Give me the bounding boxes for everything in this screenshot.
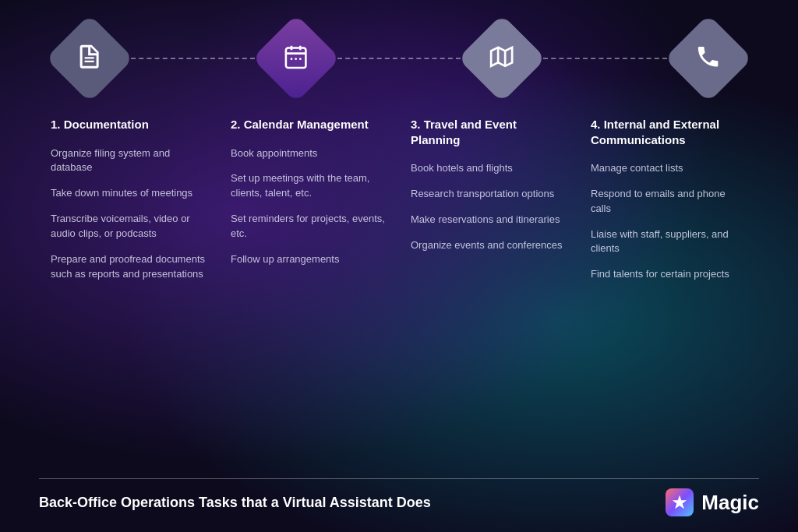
footer-title: Back-Office Operations Tasks that a Virt…: [39, 495, 431, 511]
col3-item-4: Organize events and conferences: [411, 238, 567, 253]
col3-title: 3. Travel and Event Planning: [411, 117, 567, 147]
col1-item-2: Take down minutes of meetings: [51, 186, 207, 201]
col2-item-4: Follow up arrangements: [231, 252, 387, 267]
col2-item-2: Set up meetings with the team, clients, …: [231, 171, 387, 201]
col2-item-3: Set reminders for projects, events, etc.: [231, 212, 387, 241]
col2-item-1: Book appointments: [231, 146, 387, 161]
col1-item-4: Prepare and proofread documents such as …: [51, 252, 207, 282]
svg-rect-2: [286, 48, 306, 68]
col1-title: 1. Documentation: [51, 117, 207, 132]
col4-item-3: Liaise with staff, suppliers, and client…: [591, 227, 747, 257]
column-4: 4. Internal and External Communications …: [579, 117, 759, 470]
col2-title: 2. Calendar Management: [231, 117, 387, 132]
col4-item-4: Find talents for certain projects: [591, 267, 747, 282]
document-icon: [76, 43, 104, 75]
footer: Back-Office Operations Tasks that a Virt…: [39, 478, 759, 516]
main-content: 1. Documentation Organize filing system …: [0, 0, 798, 532]
diamond-wrapper-1: [55, 23, 125, 93]
footer-logo: Magic: [666, 488, 759, 516]
diamonds-row: [39, 23, 759, 93]
diamond-item-4: [673, 23, 743, 93]
map-icon: [488, 43, 516, 75]
svg-point-8: [299, 58, 302, 60]
diamond-item-3: [467, 23, 673, 93]
svg-point-7: [295, 58, 297, 60]
diamond-wrapper-2: [261, 23, 331, 93]
col4-item-1: Manage contact lists: [591, 161, 747, 176]
svg-point-6: [291, 58, 293, 60]
col4-title: 4. Internal and External Communications: [591, 117, 747, 147]
diamond-shape-1: [45, 14, 133, 102]
col1-item-1: Organize filing system and database: [51, 146, 207, 176]
diamond-shape-2: [252, 14, 340, 102]
diamond-shape-3: [458, 14, 546, 102]
col3-item-2: Research transportation options: [411, 187, 567, 202]
diamond-wrapper-3: [467, 23, 537, 93]
col3-item-3: Make reservations and itineraries: [411, 213, 567, 227]
dashed-line-3: [543, 58, 667, 59]
col3-item-1: Book hotels and flights: [411, 161, 567, 176]
diamond-wrapper-4: [673, 23, 743, 93]
dashed-line-2: [337, 58, 461, 59]
column-1: 1. Documentation Organize filing system …: [39, 117, 219, 470]
column-2: 2. Calendar Management Book appointments…: [219, 117, 399, 470]
dashed-line-1: [131, 58, 255, 59]
diamond-shape-4: [664, 14, 752, 102]
magic-logo-icon: [666, 488, 694, 516]
diamond-item-2: [261, 23, 468, 93]
col4-item-2: Respond to emails and phone calls: [591, 187, 747, 217]
columns-row: 1. Documentation Organize filing system …: [39, 117, 759, 470]
phone-icon: [695, 44, 722, 74]
column-3: 3. Travel and Event Planning Book hotels…: [399, 117, 579, 470]
calendar-icon: [283, 44, 309, 74]
col1-item-3: Transcribe voicemails, video or audio cl…: [51, 212, 207, 241]
diamond-item-1: [55, 23, 261, 93]
magic-logo-text: Magic: [701, 491, 759, 515]
